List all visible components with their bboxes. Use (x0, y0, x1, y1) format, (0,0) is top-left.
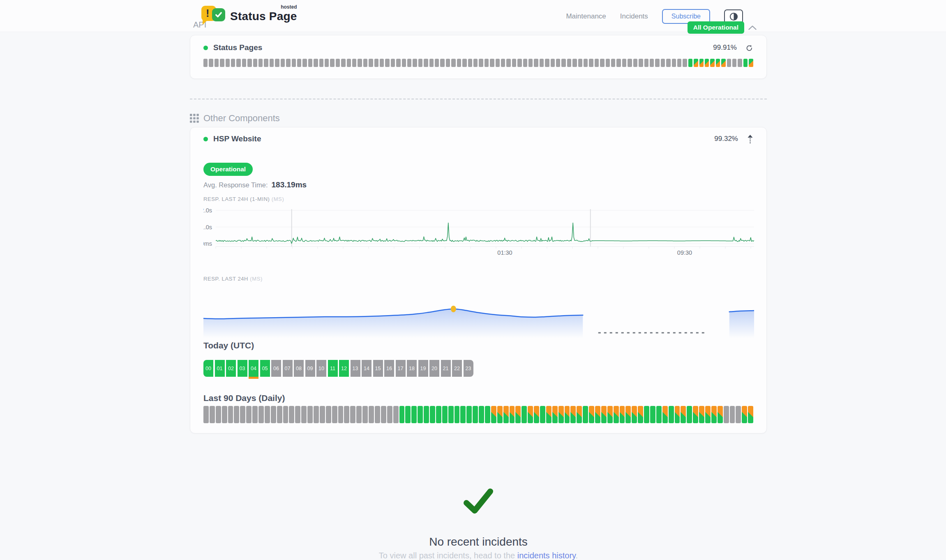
uptime-bar-nodata[interactable] (320, 406, 325, 423)
uptime-bar-nodata[interactable] (253, 59, 257, 67)
uptime-bar-operational[interactable] (473, 406, 478, 423)
uptime-bar-nodata[interactable] (727, 59, 731, 67)
hour-cell-13[interactable]: 13 (351, 360, 360, 377)
uptime-bar-operational[interactable] (424, 406, 429, 423)
uptime-bar-operational[interactable] (669, 406, 674, 423)
uptime-bar-degraded[interactable] (558, 406, 564, 423)
uptime-bar-operational[interactable] (411, 406, 417, 423)
uptime-bar-nodata[interactable] (295, 406, 300, 423)
uptime-bar-degraded[interactable] (710, 59, 714, 67)
uptime-bar-nodata[interactable] (374, 59, 378, 67)
nav-incidents[interactable]: Incidents (620, 12, 648, 21)
uptime-bar-nodata[interactable] (666, 59, 670, 67)
uptime-bar-nodata[interactable] (236, 59, 240, 67)
uptime-bar-nodata[interactable] (501, 59, 505, 67)
uptime-bar-degraded[interactable] (699, 59, 704, 67)
uptime-bar-nodata[interactable] (381, 406, 386, 423)
uptime-bar-nodata[interactable] (271, 406, 276, 423)
uptime-bar-operational[interactable] (650, 406, 655, 423)
uptime-bar-nodata[interactable] (457, 59, 461, 67)
uptime-bar-degraded[interactable] (491, 406, 496, 423)
nav-maintenance[interactable]: Maintenance (566, 12, 606, 21)
uptime-bar-nodata[interactable] (332, 406, 337, 423)
uptime-bar-nodata[interactable] (283, 406, 288, 423)
uptime-bar-nodata[interactable] (292, 59, 296, 67)
uptime-bar-nodata[interactable] (567, 59, 571, 67)
uptime-bar-nodata[interactable] (545, 59, 549, 67)
uptime-bar-operational[interactable] (688, 59, 692, 67)
uptime-bar-nodata[interactable] (297, 59, 301, 67)
uptime-bar-nodata[interactable] (240, 406, 245, 423)
uptime-bar-degraded[interactable] (748, 406, 753, 423)
uptime-bar-nodata[interactable] (435, 59, 439, 67)
uptime-bar-nodata[interactable] (247, 59, 251, 67)
uptime-bar-degraded[interactable] (534, 406, 539, 423)
uptime-bar-nodata[interactable] (446, 59, 450, 67)
uptime-bar-nodata[interactable] (341, 59, 345, 67)
uptime-bar-nodata[interactable] (231, 59, 235, 67)
uptime-bar-nodata[interactable] (307, 406, 313, 423)
uptime-bar-nodata[interactable] (677, 59, 681, 67)
uptime-bar-nodata[interactable] (275, 59, 279, 67)
uptime-bar-nodata[interactable] (302, 59, 307, 67)
uptime-bar-degraded[interactable] (638, 406, 643, 423)
uptime-bar-operational[interactable] (466, 406, 472, 423)
refresh-icon[interactable] (745, 44, 753, 52)
uptime-bar-nodata[interactable] (683, 59, 687, 67)
uptime-bar-nodata[interactable] (289, 406, 294, 423)
hour-cell-18[interactable]: 18 (407, 360, 417, 377)
uptime-bar-nodata[interactable] (330, 59, 334, 67)
hour-cell-07[interactable]: 07 (283, 360, 293, 377)
hour-cell-02[interactable]: 02 (226, 360, 236, 377)
uptime-bar-operational[interactable] (743, 59, 748, 67)
uptime-bar-operational[interactable] (430, 406, 435, 423)
uptime-bar-nodata[interactable] (633, 59, 637, 67)
uptime-bar-nodata[interactable] (246, 406, 251, 423)
hour-cell-15[interactable]: 15 (373, 360, 383, 377)
hour-cell-04[interactable]: 04 (249, 360, 258, 377)
uptime-bar-degraded[interactable] (620, 406, 625, 423)
hour-cell-10[interactable]: 10 (316, 360, 326, 377)
uptime-bar-degraded[interactable] (546, 406, 551, 423)
uptime-bar-nodata[interactable] (258, 59, 263, 67)
uptime-bar-nodata[interactable] (628, 59, 632, 67)
uptime-bar-nodata[interactable] (424, 59, 428, 67)
uptime-bar-nodata[interactable] (319, 59, 323, 67)
uptime-bar-operational[interactable] (656, 406, 662, 423)
uptime-bar-nodata[interactable] (325, 59, 329, 67)
uptime-bar-nodata[interactable] (616, 59, 621, 67)
uptime-bar-degraded[interactable] (694, 59, 698, 67)
uptime-bar-nodata[interactable] (393, 406, 399, 423)
uptime-bar-nodata[interactable] (413, 59, 417, 67)
uptime-bar-nodata[interactable] (258, 406, 264, 423)
uptime-bar-nodata[interactable] (391, 59, 395, 67)
uptime-bar-nodata[interactable] (600, 59, 604, 67)
uptime-bar-nodata[interactable] (338, 406, 344, 423)
uptime-bar-nodata[interactable] (496, 59, 500, 67)
uptime-bar-nodata[interactable] (429, 59, 434, 67)
uptime-bar-nodata[interactable] (551, 59, 555, 67)
uptime-bar-degraded[interactable] (577, 406, 582, 423)
uptime-bar-nodata[interactable] (264, 59, 268, 67)
uptime-bar-nodata[interactable] (578, 59, 582, 67)
uptime-bar-operational[interactable] (399, 406, 405, 423)
uptime-bar-nodata[interactable] (506, 59, 510, 67)
uptime-bar-nodata[interactable] (314, 59, 318, 67)
uptime-bar-nodata[interactable] (226, 59, 230, 67)
uptime-bar-degraded[interactable] (662, 406, 668, 423)
uptime-bar-operational[interactable] (644, 406, 649, 423)
uptime-bar-nodata[interactable] (277, 406, 282, 423)
uptime-bar-degraded[interactable] (528, 406, 533, 423)
uptime-bar-nodata[interactable] (396, 59, 400, 67)
uptime-bar-nodata[interactable] (512, 59, 516, 67)
uptime-bar-nodata[interactable] (736, 406, 741, 423)
hour-cell-00[interactable]: 00 (203, 360, 213, 377)
uptime-bar-operational[interactable] (479, 406, 484, 423)
uptime-bar-nodata[interactable] (644, 59, 648, 67)
uptime-bar-nodata[interactable] (407, 59, 411, 67)
uptime-bar-nodata[interactable] (479, 59, 483, 67)
uptime-bar-nodata[interactable] (222, 406, 227, 423)
logo[interactable]: ! hosted Status Page (201, 5, 297, 25)
uptime-bar-nodata[interactable] (387, 406, 392, 423)
uptime-bar-nodata[interactable] (242, 59, 246, 67)
